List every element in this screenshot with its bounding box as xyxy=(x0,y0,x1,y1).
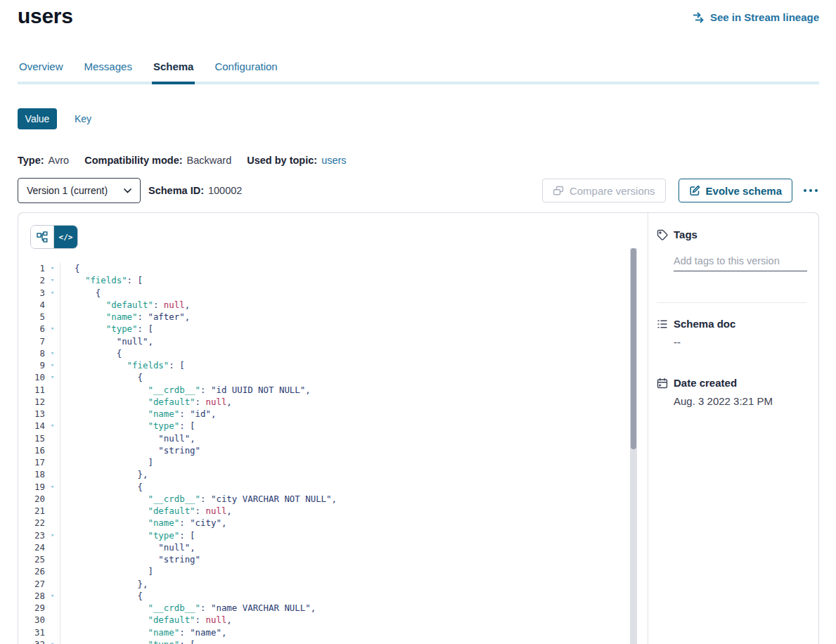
code-line: 1▾{ xyxy=(18,262,648,274)
compatibility-value: Backward xyxy=(187,155,232,166)
tree-view-icon xyxy=(37,231,48,243)
date-created-heading: Date created xyxy=(674,377,737,389)
fold-spacer xyxy=(45,468,60,480)
fold-spacer xyxy=(45,553,60,565)
line-number: 26 xyxy=(18,565,45,577)
schema-meta-row: Type: Avro Compatibility mode: Backward … xyxy=(18,155,819,166)
fold-arrow-icon[interactable]: ▾ xyxy=(45,262,60,274)
line-number: 3 xyxy=(18,287,45,299)
code-line: 12 "default": null, xyxy=(18,396,648,408)
code-line: 19▾ { xyxy=(18,481,648,493)
code-scrollbar[interactable] xyxy=(630,248,637,644)
line-number: 6 xyxy=(18,323,45,335)
line-number: 25 xyxy=(18,553,45,565)
tree-view-button[interactable] xyxy=(31,226,54,248)
code-line: 17 ] xyxy=(18,456,648,468)
fold-arrow-icon[interactable]: ▾ xyxy=(45,420,60,432)
add-tags-input[interactable] xyxy=(674,254,807,271)
fold-spacer xyxy=(45,396,60,408)
code-line: 21 "default": null, xyxy=(18,505,648,517)
fold-arrow-icon[interactable]: ▾ xyxy=(45,371,60,383)
tag-icon xyxy=(657,229,668,240)
code-line: 10▾ { xyxy=(18,371,648,383)
edit-icon xyxy=(689,185,700,196)
chevron-down-icon xyxy=(124,188,131,193)
compare-versions-button[interactable]: Compare versions xyxy=(542,179,666,202)
value-button[interactable]: Value xyxy=(18,108,57,129)
view-mode-toggle: </> xyxy=(30,225,78,249)
fold-arrow-icon[interactable]: ▾ xyxy=(45,287,60,299)
tab-schema[interactable]: Schema xyxy=(152,60,195,84)
code-line: 22 "name": "city", xyxy=(18,517,648,529)
fold-spacer xyxy=(45,299,60,311)
line-number: 28 xyxy=(18,590,45,602)
line-number: 20 xyxy=(18,493,45,505)
line-number: 4 xyxy=(18,299,45,311)
code-line: 27 }, xyxy=(18,578,648,590)
fold-spacer xyxy=(45,517,60,529)
code-line: 7 "null", xyxy=(18,335,648,347)
line-number: 14 xyxy=(18,420,45,432)
tab-overview[interactable]: Overview xyxy=(18,60,65,84)
date-created-value: Aug. 3 2022 3:21 PM xyxy=(674,395,818,407)
schema-doc-value: -- xyxy=(674,336,818,348)
list-icon xyxy=(657,318,668,330)
line-number: 19 xyxy=(18,481,45,493)
fold-spacer xyxy=(45,505,60,517)
fold-spacer xyxy=(45,565,60,577)
schema-doc-heading: Schema doc xyxy=(674,318,735,330)
fold-arrow-icon[interactable]: ▾ xyxy=(45,638,60,644)
tags-heading: Tags xyxy=(674,228,697,240)
line-number: 21 xyxy=(18,505,45,517)
tab-messages[interactable]: Messages xyxy=(83,60,134,84)
code-line: 15 "null", xyxy=(18,432,648,444)
fold-spacer xyxy=(45,602,60,614)
fold-spacer xyxy=(45,335,60,347)
line-number: 10 xyxy=(18,371,45,383)
code-line: 18 }, xyxy=(18,468,648,480)
code-line: 3▾ { xyxy=(18,287,648,299)
code-line: 23▾ "type": [ xyxy=(18,529,648,541)
fold-arrow-icon[interactable]: ▾ xyxy=(45,323,60,335)
line-number: 18 xyxy=(18,468,45,480)
fold-arrow-icon[interactable]: ▾ xyxy=(45,359,60,371)
fold-spacer xyxy=(45,578,60,590)
version-bar: Version 1 (current) Schema ID: 100002 Co… xyxy=(18,178,819,203)
fold-arrow-icon[interactable]: ▾ xyxy=(45,347,60,359)
line-number: 29 xyxy=(18,602,45,614)
code-view-button[interactable]: </> xyxy=(54,226,77,248)
code-line: 32▾ "type": [ xyxy=(18,638,648,644)
sidebar-divider xyxy=(657,302,806,303)
line-number: 16 xyxy=(18,444,45,456)
fold-arrow-icon[interactable]: ▾ xyxy=(45,529,60,541)
version-select[interactable]: Version 1 (current) xyxy=(18,178,141,203)
line-number: 1 xyxy=(18,262,45,274)
code-line: 11 "__crdb__": "id UUID NOT NULL", xyxy=(18,384,648,396)
code-line: 4 "default": null, xyxy=(18,299,648,311)
line-number: 2 xyxy=(18,274,45,286)
tab-configuration[interactable]: Configuration xyxy=(213,60,278,84)
code-line: 26 ] xyxy=(18,565,648,577)
see-in-stream-lineage-link[interactable]: See in Stream lineage xyxy=(693,11,819,23)
fold-arrow-icon[interactable]: ▾ xyxy=(45,481,60,493)
code-line: 2▾ "fields": [ xyxy=(18,274,648,286)
code-line: 24 "null", xyxy=(18,541,648,553)
code-line: 29 "__crdb__": "name VARCHAR NULL", xyxy=(18,602,648,614)
key-button[interactable]: Key xyxy=(75,113,91,124)
fold-arrow-icon[interactable]: ▾ xyxy=(45,274,60,286)
fold-arrow-icon[interactable]: ▾ xyxy=(45,590,60,602)
schema-id-label: Schema ID: xyxy=(148,185,204,196)
code-line: 9▾ "fields": [ xyxy=(18,359,648,371)
evolve-schema-button[interactable]: Evolve schema xyxy=(679,179,792,202)
line-number: 30 xyxy=(18,614,45,626)
code-view-icon: </> xyxy=(59,233,73,242)
line-number: 23 xyxy=(18,529,45,541)
fold-spacer xyxy=(45,444,60,456)
code-line: 16 "string" xyxy=(18,444,648,456)
more-actions-button[interactable] xyxy=(802,185,819,196)
topic-link[interactable]: users xyxy=(321,155,346,166)
tab-bar: Overview Messages Schema Configuration xyxy=(18,60,819,84)
code-scrollbar-thumb[interactable] xyxy=(631,248,636,449)
schema-page: users See in Stream lineage Overview Mes… xyxy=(18,0,819,644)
code-line: 14▾ "type": [ xyxy=(18,420,648,432)
